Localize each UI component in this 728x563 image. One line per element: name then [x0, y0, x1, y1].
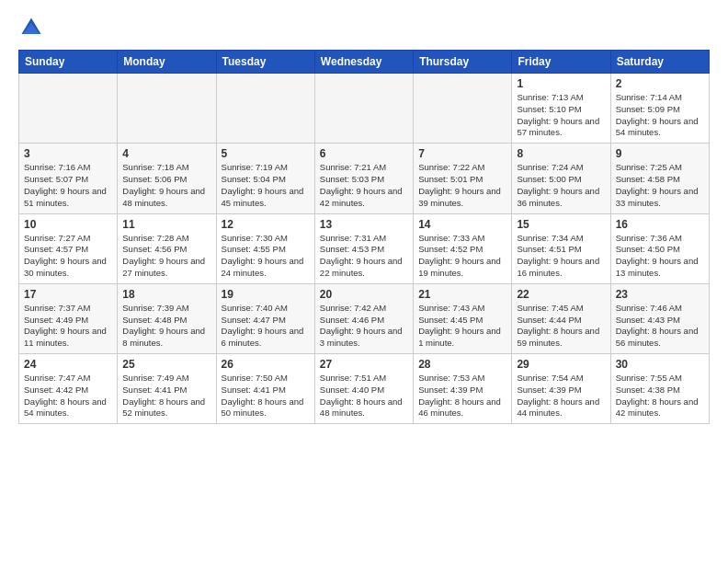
col-header-tuesday: Tuesday: [216, 51, 314, 74]
day-detail: Sunrise: 7:14 AM Sunset: 5:09 PM Dayligh…: [616, 92, 704, 139]
day-detail: Sunrise: 7:19 AM Sunset: 5:04 PM Dayligh…: [222, 162, 310, 209]
day-detail: Sunrise: 7:24 AM Sunset: 5:00 PM Dayligh…: [517, 162, 605, 209]
header: [18, 15, 710, 40]
day-detail: Sunrise: 7:31 AM Sunset: 4:53 PM Dayligh…: [320, 233, 408, 280]
day-number: 1: [517, 77, 605, 90]
day-detail: Sunrise: 7:16 AM Sunset: 5:07 PM Dayligh…: [24, 162, 112, 209]
calendar-cell: [314, 74, 413, 144]
day-number: 13: [320, 218, 408, 231]
calendar-cell: 27Sunrise: 7:51 AM Sunset: 4:40 PM Dayli…: [314, 354, 413, 424]
day-detail: Sunrise: 7:18 AM Sunset: 5:06 PM Dayligh…: [122, 162, 210, 209]
col-header-sunday: Sunday: [19, 51, 118, 74]
calendar-cell: 25Sunrise: 7:49 AM Sunset: 4:41 PM Dayli…: [118, 354, 216, 424]
calendar-cell: 30Sunrise: 7:55 AM Sunset: 4:38 PM Dayli…: [610, 354, 709, 424]
calendar-cell: 1Sunrise: 7:13 AM Sunset: 5:10 PM Daylig…: [512, 74, 610, 144]
day-detail: Sunrise: 7:50 AM Sunset: 4:41 PM Dayligh…: [222, 373, 310, 419]
week-row-2: 3Sunrise: 7:16 AM Sunset: 5:07 PM Daylig…: [19, 144, 710, 213]
day-detail: Sunrise: 7:34 AM Sunset: 4:51 PM Dayligh…: [517, 233, 605, 280]
day-detail: Sunrise: 7:49 AM Sunset: 4:41 PM Dayligh…: [122, 373, 210, 419]
calendar-cell: [414, 74, 512, 144]
logo-icon: [18, 15, 44, 40]
day-number: 24: [24, 358, 112, 371]
calendar-cell: 26Sunrise: 7:50 AM Sunset: 4:41 PM Dayli…: [216, 354, 314, 424]
calendar-cell: 29Sunrise: 7:54 AM Sunset: 4:39 PM Dayli…: [512, 354, 610, 424]
day-number: 6: [320, 147, 408, 160]
day-detail: Sunrise: 7:33 AM Sunset: 4:52 PM Dayligh…: [418, 233, 506, 280]
day-detail: Sunrise: 7:25 AM Sunset: 4:58 PM Dayligh…: [616, 162, 704, 209]
day-number: 14: [418, 218, 506, 231]
day-detail: Sunrise: 7:37 AM Sunset: 4:49 PM Dayligh…: [24, 303, 112, 350]
col-header-thursday: Thursday: [414, 51, 512, 74]
calendar-cell: 15Sunrise: 7:34 AM Sunset: 4:51 PM Dayli…: [512, 213, 610, 283]
calendar-cell: 21Sunrise: 7:43 AM Sunset: 4:45 PM Dayli…: [414, 283, 512, 353]
calendar-cell: 19Sunrise: 7:40 AM Sunset: 4:47 PM Dayli…: [216, 283, 314, 353]
day-number: 26: [222, 358, 310, 371]
calendar-cell: 9Sunrise: 7:25 AM Sunset: 4:58 PM Daylig…: [610, 144, 709, 213]
day-number: 16: [616, 218, 704, 231]
day-number: 2: [616, 77, 704, 90]
day-number: 15: [517, 218, 605, 231]
day-detail: Sunrise: 7:43 AM Sunset: 4:45 PM Dayligh…: [418, 303, 506, 350]
day-number: 29: [517, 358, 605, 371]
calendar: SundayMondayTuesdayWednesdayThursdayFrid…: [18, 50, 710, 424]
week-row-3: 10Sunrise: 7:27 AM Sunset: 4:57 PM Dayli…: [19, 213, 710, 283]
calendar-cell: 22Sunrise: 7:45 AM Sunset: 4:44 PM Dayli…: [512, 283, 610, 353]
calendar-cell: 12Sunrise: 7:30 AM Sunset: 4:55 PM Dayli…: [216, 213, 314, 283]
day-number: 12: [222, 218, 310, 231]
day-number: 5: [222, 147, 310, 160]
calendar-cell: 7Sunrise: 7:22 AM Sunset: 5:01 PM Daylig…: [414, 144, 512, 213]
day-number: 11: [122, 218, 210, 231]
day-number: 22: [517, 288, 605, 301]
day-detail: Sunrise: 7:47 AM Sunset: 4:42 PM Dayligh…: [24, 373, 112, 419]
col-header-monday: Monday: [118, 51, 216, 74]
day-detail: Sunrise: 7:46 AM Sunset: 4:43 PM Dayligh…: [616, 303, 704, 350]
calendar-cell: 17Sunrise: 7:37 AM Sunset: 4:49 PM Dayli…: [19, 283, 118, 353]
day-number: 21: [418, 288, 506, 301]
calendar-cell: 8Sunrise: 7:24 AM Sunset: 5:00 PM Daylig…: [512, 144, 610, 213]
calendar-cell: [118, 74, 216, 144]
day-number: 23: [616, 288, 704, 301]
day-detail: Sunrise: 7:27 AM Sunset: 4:57 PM Dayligh…: [24, 233, 112, 280]
week-row-5: 24Sunrise: 7:47 AM Sunset: 4:42 PM Dayli…: [19, 354, 710, 424]
col-header-saturday: Saturday: [610, 51, 709, 74]
calendar-cell: 3Sunrise: 7:16 AM Sunset: 5:07 PM Daylig…: [19, 144, 118, 213]
day-number: 28: [418, 358, 506, 371]
day-detail: Sunrise: 7:30 AM Sunset: 4:55 PM Dayligh…: [222, 233, 310, 280]
calendar-cell: 16Sunrise: 7:36 AM Sunset: 4:50 PM Dayli…: [610, 213, 709, 283]
day-detail: Sunrise: 7:54 AM Sunset: 4:39 PM Dayligh…: [517, 373, 605, 419]
day-detail: Sunrise: 7:55 AM Sunset: 4:38 PM Dayligh…: [616, 373, 704, 419]
day-detail: Sunrise: 7:42 AM Sunset: 4:46 PM Dayligh…: [320, 303, 408, 350]
calendar-cell: 13Sunrise: 7:31 AM Sunset: 4:53 PM Dayli…: [314, 213, 413, 283]
calendar-cell: 2Sunrise: 7:14 AM Sunset: 5:09 PM Daylig…: [610, 74, 709, 144]
day-detail: Sunrise: 7:13 AM Sunset: 5:10 PM Dayligh…: [517, 92, 605, 139]
header-row: SundayMondayTuesdayWednesdayThursdayFrid…: [19, 51, 710, 74]
day-number: 20: [320, 288, 408, 301]
day-detail: Sunrise: 7:28 AM Sunset: 4:56 PM Dayligh…: [122, 233, 210, 280]
day-number: 7: [418, 147, 506, 160]
day-number: 4: [122, 147, 210, 160]
week-row-1: 1Sunrise: 7:13 AM Sunset: 5:10 PM Daylig…: [19, 74, 710, 144]
calendar-cell: 18Sunrise: 7:39 AM Sunset: 4:48 PM Dayli…: [118, 283, 216, 353]
calendar-cell: 4Sunrise: 7:18 AM Sunset: 5:06 PM Daylig…: [118, 144, 216, 213]
day-detail: Sunrise: 7:53 AM Sunset: 4:39 PM Dayligh…: [418, 373, 506, 419]
day-detail: Sunrise: 7:21 AM Sunset: 5:03 PM Dayligh…: [320, 162, 408, 209]
day-detail: Sunrise: 7:45 AM Sunset: 4:44 PM Dayligh…: [517, 303, 605, 350]
day-detail: Sunrise: 7:39 AM Sunset: 4:48 PM Dayligh…: [122, 303, 210, 350]
day-detail: Sunrise: 7:40 AM Sunset: 4:47 PM Dayligh…: [222, 303, 310, 350]
day-number: 8: [517, 147, 605, 160]
calendar-cell: 11Sunrise: 7:28 AM Sunset: 4:56 PM Dayli…: [118, 213, 216, 283]
day-number: 3: [24, 147, 112, 160]
calendar-cell: 23Sunrise: 7:46 AM Sunset: 4:43 PM Dayli…: [610, 283, 709, 353]
calendar-cell: 10Sunrise: 7:27 AM Sunset: 4:57 PM Dayli…: [19, 213, 118, 283]
col-header-friday: Friday: [512, 51, 610, 74]
calendar-cell: 28Sunrise: 7:53 AM Sunset: 4:39 PM Dayli…: [414, 354, 512, 424]
week-row-4: 17Sunrise: 7:37 AM Sunset: 4:49 PM Dayli…: [19, 283, 710, 353]
day-number: 9: [616, 147, 704, 160]
day-number: 19: [222, 288, 310, 301]
day-number: 30: [616, 358, 704, 371]
calendar-cell: 6Sunrise: 7:21 AM Sunset: 5:03 PM Daylig…: [314, 144, 413, 213]
calendar-cell: 20Sunrise: 7:42 AM Sunset: 4:46 PM Dayli…: [314, 283, 413, 353]
page: SundayMondayTuesdayWednesdayThursdayFrid…: [0, 0, 728, 563]
calendar-cell: [19, 74, 118, 144]
day-number: 10: [24, 218, 112, 231]
